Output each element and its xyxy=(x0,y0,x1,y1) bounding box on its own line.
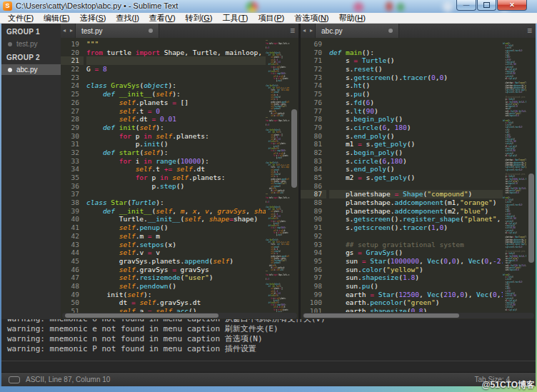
menu-item[interactable]: 帮助(H) xyxy=(334,13,371,24)
line-number: 36 xyxy=(61,182,84,191)
tab-overflow-menu-icon[interactable]: ≡ xyxy=(286,24,298,38)
hscroll-thumb[interactable] xyxy=(303,313,459,318)
tab-scroll-left-icon[interactable]: ◂ xyxy=(301,24,308,38)
tab-abcpy[interactable]: abc.py xyxy=(315,24,399,38)
tab-overflow-menu-icon[interactable]: ≡ xyxy=(523,24,536,38)
code-line: self.dt = 0.01 xyxy=(86,115,266,124)
tab-testpy[interactable]: test.py xyxy=(75,24,159,38)
sidebar-group-header: GROUP 2 xyxy=(1,49,61,64)
code-line: s.fd(6) xyxy=(329,99,503,107)
line-number: 25 xyxy=(61,90,84,99)
sidebar-group-header: GROUP 1 xyxy=(1,24,61,39)
title-bar[interactable]: S C:\Users\catty\Desktop\abc.py • - Subl… xyxy=(0,0,537,13)
code-line: for p in self.planets: xyxy=(86,132,266,141)
pane-0-minimap[interactable]: """from turtle import Shape, Turtle, mai… xyxy=(266,40,289,312)
code-line: from turtle import Shape, Turtle, mainlo… xyxy=(266,119,289,121)
line-number: 81 xyxy=(301,140,326,149)
console-line: warning: mnemonic P not found in menu ca… xyxy=(7,344,536,354)
tab-label: test.py xyxy=(81,27,149,35)
line-number: 50 xyxy=(61,298,84,307)
maximize-icon xyxy=(483,2,490,8)
desktop-icon-blur xyxy=(353,2,363,12)
line-number: 19 xyxy=(61,40,84,49)
line-number: 22 xyxy=(61,65,84,74)
hscroll-thumb[interactable] xyxy=(65,313,219,318)
line-number: 31 xyxy=(61,140,84,149)
code-line: self.setpos(x) xyxy=(86,241,266,249)
sidebar-groups: GROUP 1test.pyGROUP 2abc.py xyxy=(1,24,61,75)
tab-scroll-left-icon[interactable]: ◂ xyxy=(61,24,68,38)
code-line xyxy=(329,40,503,49)
vscroll-thumb[interactable] xyxy=(528,174,534,263)
code-line: planetshape.addcomponent(m2,"blue") xyxy=(329,207,503,216)
line-number: 34 xyxy=(61,165,84,174)
file-dot-icon xyxy=(8,68,12,72)
pane-1-hscrollbar[interactable] xyxy=(302,313,534,318)
line-number: 21 xyxy=(61,56,84,65)
tab-scroll-right-icon[interactable]: ▸ xyxy=(68,24,75,38)
line-number: 20 xyxy=(61,49,84,57)
code-line: gravSys.planets.append(self) xyxy=(86,257,266,266)
sublime-text-icon: S xyxy=(3,1,12,11)
code-line: self.gravSys = gravSys xyxy=(86,266,266,274)
code-line: dt = self.gravSys.dt xyxy=(86,298,266,307)
code-line: s = Turtle() xyxy=(329,56,503,65)
code-line: m1 = s.get_poly() xyxy=(329,140,503,149)
code-line: ## setup gravitational system xyxy=(329,241,503,249)
line-number: 26 xyxy=(61,99,84,107)
pane-0-code[interactable]: """from turtle import Shape, Turtle, mai… xyxy=(86,40,266,312)
line-number: 87 xyxy=(301,190,326,198)
code-line: s.reset() xyxy=(329,65,503,74)
menu-item[interactable]: 编辑(E) xyxy=(39,13,75,24)
code-line: Turtle.__init__(self, shape=shape) xyxy=(86,215,266,223)
line-number: 83 xyxy=(301,157,326,166)
line-number: 92 xyxy=(301,232,326,241)
code-line: sun.pu() xyxy=(329,282,503,291)
code-line: self.a = self.acc() xyxy=(86,307,266,312)
menu-item[interactable]: 查看(V) xyxy=(144,13,181,24)
code-line: earth.pencolor("green") xyxy=(329,298,503,307)
vscroll-thumb[interactable] xyxy=(291,109,297,188)
line-number: 80 xyxy=(301,132,326,141)
modified-dot-icon[interactable] xyxy=(388,29,393,33)
code-line xyxy=(329,182,503,191)
code-line xyxy=(329,232,503,241)
menu-item[interactable]: 转到(G) xyxy=(181,13,218,24)
menu-item[interactable]: 选择(S) xyxy=(75,13,111,24)
tab-bar-left: ◂ ▸ test.py ≡ xyxy=(61,24,298,38)
pane-0-hscrollbar[interactable] xyxy=(62,313,297,318)
modified-dot-icon[interactable] xyxy=(149,29,153,33)
menu-item[interactable]: 工具(T) xyxy=(217,13,253,24)
maximize-button[interactable] xyxy=(477,0,496,11)
minimize-button[interactable]: — xyxy=(456,0,476,11)
pane-1-minimap-inner: def main(): s = Turtle() s.reset() s.get… xyxy=(503,40,526,312)
code-line: s.getscreen().tracer(1,0) xyxy=(329,223,503,232)
pane-1-vscrollbar[interactable] xyxy=(528,40,535,312)
pane-0-vscrollbar[interactable] xyxy=(291,40,298,312)
menu-item[interactable]: 文件(F) xyxy=(3,13,39,24)
tab-scroll-right-icon[interactable]: ▸ xyxy=(308,24,315,38)
desktop-icon-blur xyxy=(443,1,453,12)
code-line: def start(self): xyxy=(86,149,266,157)
code-line: p.step() xyxy=(266,311,289,312)
desktop-icon-blur xyxy=(397,3,404,11)
console-panel[interactable]: warning: mnemonic o not found in menu ca… xyxy=(1,319,536,372)
sidebar-file-abc.py[interactable]: abc.py xyxy=(1,64,61,75)
line-number: 88 xyxy=(301,198,326,207)
console-output: warning: mnemonic o not found in menu ca… xyxy=(1,319,536,354)
code-line: self.t += self.dt xyxy=(86,165,266,174)
sidebar-file-test.py[interactable]: test.py xyxy=(1,39,61,49)
line-number: 73 xyxy=(301,74,326,82)
menu-item[interactable]: 首选项(N) xyxy=(289,13,333,24)
close-button[interactable]: ✕ xyxy=(497,0,527,11)
pane-1-minimap[interactable]: def main(): s = Turtle() s.reset() s.get… xyxy=(503,40,526,312)
pane-1-code[interactable]: def main(): s = Turtle() s.reset() s.get… xyxy=(329,40,503,312)
code-line: s.getscreen().register_shape("planet", p… xyxy=(329,215,503,223)
line-number: 37 xyxy=(61,190,84,198)
line-number: 75 xyxy=(301,90,326,99)
code-line: self.t = 0 xyxy=(86,107,266,116)
menu-item[interactable]: 查找(I) xyxy=(111,13,144,24)
menu-item[interactable]: 项目(P) xyxy=(254,13,290,24)
code-line: planetshape = Shape("compound") xyxy=(329,190,503,198)
line-number: 45 xyxy=(61,257,84,266)
